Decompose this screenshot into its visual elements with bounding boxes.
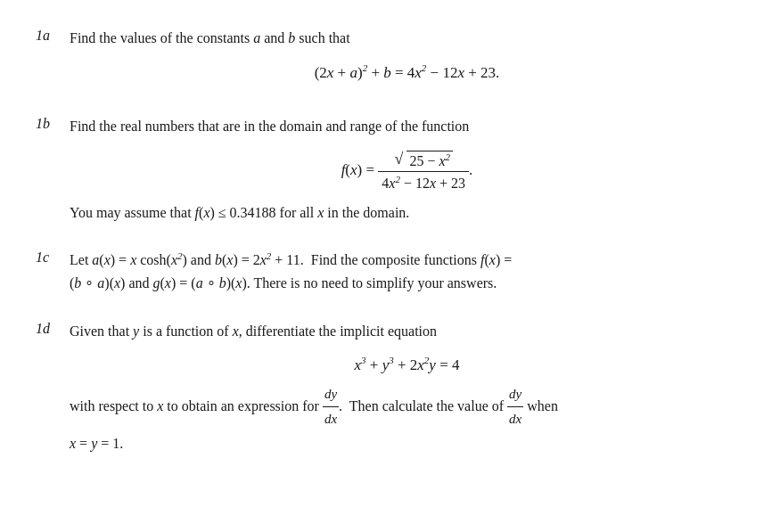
problem-number-1d: 1d — [36, 320, 70, 337]
problem-1a-text: Find the values of the constants a and b… — [70, 27, 744, 50]
problem-content-1a: Find the values of the constants a and b… — [70, 27, 744, 90]
problem-1d-bottom: with respect to x to obtain an expressio… — [70, 383, 744, 455]
problem-1a: 1a Find the values of the constants a an… — [36, 27, 744, 90]
problem-1b-text: Find the real numbers that are in the do… — [70, 115, 744, 138]
problem-1c-text: Let a(x) = x cosh(x2) and b(x) = 2x2 + 1… — [70, 249, 744, 295]
problem-1c: 1c Let a(x) = x cosh(x2) and b(x) = 2x2 … — [36, 249, 744, 295]
problem-content-1b: Find the real numbers that are in the do… — [70, 115, 744, 224]
problem-1b-note: You may assume that f(x) ≤ 0.34188 for a… — [70, 201, 744, 225]
equation-1d: x3 + y3 + 2x2y = 4 — [70, 355, 744, 374]
problem-number-1b: 1b — [36, 115, 70, 132]
problem-number-1c: 1c — [36, 249, 70, 266]
equation-1b: f(x) = 25 − x2 4x2 − 12x + 23 . — [70, 151, 744, 192]
equation-1a: (2x + a)2 + b = 4x2 − 12x + 23. — [70, 62, 744, 82]
problem-content-1d: Given that y is a function of x, differe… — [70, 320, 744, 455]
problem-number-1a: 1a — [36, 27, 70, 44]
problem-1d: 1d Given that y is a function of x, diff… — [36, 320, 744, 455]
problem-content-1c: Let a(x) = x cosh(x2) and b(x) = 2x2 + 1… — [70, 249, 744, 295]
dy-dx-1: dy dx — [323, 383, 339, 431]
problem-1b: 1b Find the real numbers that are in the… — [36, 115, 744, 224]
dy-dx-2: dy dx — [507, 383, 523, 431]
problem-1d-intro: Given that y is a function of x, differe… — [70, 320, 744, 343]
